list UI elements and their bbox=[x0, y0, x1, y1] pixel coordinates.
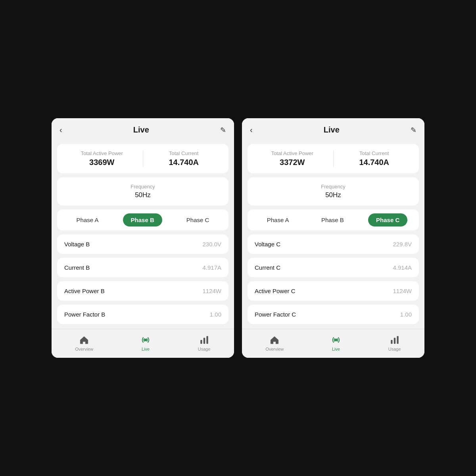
left-frequency-card: Frequency 50Hz bbox=[57, 177, 228, 205]
left-nav-overview[interactable]: Overview bbox=[75, 335, 93, 351]
left-row-0: Voltage B 230.0V bbox=[57, 234, 228, 254]
right-row-1: Current C 4.914A bbox=[248, 258, 419, 277]
right-row-3: Power Factor C 1.00 bbox=[248, 305, 419, 324]
left-content: Total Active Power 3369W Total Current 1… bbox=[52, 140, 234, 324]
svg-rect-3 bbox=[206, 336, 208, 344]
right-edit-icon[interactable]: ✎ bbox=[411, 126, 416, 134]
left-phone: ‹ Live ✎ Total Active Power 3369W Total … bbox=[52, 118, 234, 358]
left-bottom-nav: Overview Live Usage bbox=[52, 329, 234, 358]
right-nav-overview[interactable]: Overview bbox=[265, 335, 284, 351]
right-total-current: Total Current 14.740A bbox=[337, 150, 412, 167]
right-row-0: Voltage C 229.8V bbox=[248, 234, 419, 254]
right-frequency-card: Frequency 50Hz bbox=[248, 177, 419, 205]
left-power-divider bbox=[143, 150, 143, 167]
left-edit-icon[interactable]: ✎ bbox=[220, 126, 226, 134]
left-header: ‹ Live ✎ bbox=[52, 118, 234, 140]
right-phase-selector: Phase A Phase B Phase C bbox=[248, 209, 419, 230]
left-nav-live[interactable]: Live bbox=[140, 335, 151, 351]
app-wrapper: ‹ Live ✎ Total Active Power 3369W Total … bbox=[40, 102, 436, 374]
svg-rect-7 bbox=[397, 336, 398, 344]
left-page-title: Live bbox=[133, 125, 149, 134]
left-back-button[interactable]: ‹ bbox=[60, 125, 62, 134]
left-row-1: Current B 4.917A bbox=[57, 258, 228, 277]
svg-rect-1 bbox=[200, 340, 202, 344]
live-icon bbox=[140, 335, 151, 345]
left-row-2: Active Power B 1124W bbox=[57, 281, 228, 301]
left-phase-c-button[interactable]: Phase C bbox=[178, 213, 217, 226]
right-phase-c-button[interactable]: Phase C bbox=[368, 213, 407, 226]
right-power-card: Total Active Power 3372W Total Current 1… bbox=[248, 144, 419, 173]
left-phase-selector: Phase A Phase B Phase C bbox=[57, 209, 228, 230]
home-icon bbox=[79, 335, 89, 345]
right-phone: ‹ Live ✎ Total Active Power 3372W Total … bbox=[242, 118, 424, 358]
left-phase-b-button[interactable]: Phase B bbox=[123, 213, 162, 226]
right-phase-a-button[interactable]: Phase A bbox=[259, 213, 297, 226]
usage-icon-right bbox=[390, 335, 400, 345]
right-header: ‹ Live ✎ bbox=[242, 118, 424, 140]
right-back-button[interactable]: ‹ bbox=[250, 125, 253, 134]
left-row-3: Power Factor B 1.00 bbox=[57, 305, 228, 324]
right-power-divider bbox=[333, 150, 334, 167]
right-phase-b-button[interactable]: Phase B bbox=[313, 213, 352, 226]
left-power-card: Total Active Power 3369W Total Current 1… bbox=[57, 144, 228, 173]
right-page-title: Live bbox=[324, 125, 340, 134]
live-icon-right bbox=[331, 335, 341, 345]
home-icon-right bbox=[269, 335, 280, 345]
left-total-active-power: Total Active Power 3369W bbox=[64, 150, 140, 167]
left-total-current: Total Current 14.740A bbox=[146, 150, 222, 167]
svg-rect-5 bbox=[391, 340, 392, 344]
svg-point-0 bbox=[144, 339, 147, 342]
right-row-2: Active Power C 1124W bbox=[248, 281, 419, 301]
right-bottom-nav: Overview Live Usage bbox=[242, 329, 424, 358]
svg-point-4 bbox=[335, 339, 338, 342]
right-nav-usage[interactable]: Usage bbox=[388, 335, 401, 351]
svg-rect-6 bbox=[394, 338, 395, 344]
left-nav-usage[interactable]: Usage bbox=[198, 335, 211, 351]
usage-icon bbox=[199, 335, 209, 345]
left-phase-a-button[interactable]: Phase A bbox=[69, 213, 107, 226]
right-total-active-power: Total Active Power 3372W bbox=[255, 150, 330, 167]
right-content: Total Active Power 3372W Total Current 1… bbox=[242, 140, 424, 324]
svg-rect-2 bbox=[203, 338, 205, 344]
right-nav-live[interactable]: Live bbox=[331, 335, 341, 351]
